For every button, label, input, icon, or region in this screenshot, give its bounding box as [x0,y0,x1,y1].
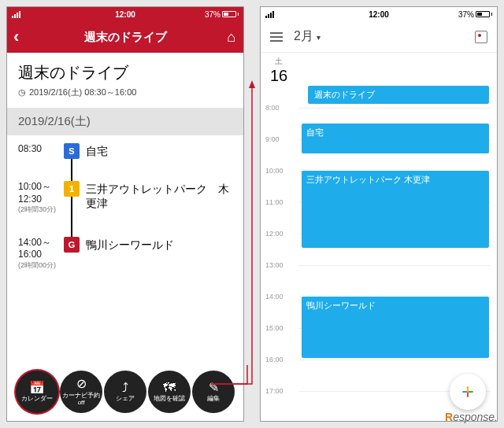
plan-time-range: ◷ 2019/2/16(土) 08:30～16:00 [7,87,243,108]
calendar-event[interactable]: 三井アウトレットパーク 木更津 [302,171,489,248]
watermark: Response. [445,411,498,423]
hour-line [298,108,491,109]
date-display: 土 16 [261,53,497,84]
route-list: 08:30 S 自宅10:00～12:30(2時間30分) 1 三井アウトレット… [7,135,243,271]
signal-icon [265,11,274,18]
hamburger-icon[interactable] [270,32,283,42]
signal-icon [12,11,20,18]
clock-icon: ◷ [18,87,26,98]
toolbar-編集[interactable]: ✎編集 [192,371,235,413]
hour-line [298,265,491,266]
toolbar-icon: ✎ [209,381,219,395]
hour-label: 16:00 [265,356,284,363]
hour-label: 13:00 [265,261,284,269]
drive-app-screen: 12:00 37% ‹ 週末のドライブ ⌂ 週末のドライブ ◷ 2019/2/1… [6,6,244,422]
hour-label: 17:00 [265,387,284,395]
status-bar: 12:00 37% [261,7,497,21]
header-title: 週末のドライブ [84,30,167,45]
stop-marker: G [64,237,80,253]
allday-event[interactable]: 週末のドライブ [308,86,489,104]
stop-time: 14:00～16:00(2時間00分) [18,237,64,271]
home-icon[interactable]: ⌂ [227,29,235,46]
app-header: ‹ 週末のドライブ ⌂ [7,21,243,53]
hour-label: 11:00 [265,198,284,206]
back-icon[interactable]: ‹ [13,27,19,47]
stop-name: 鴨川シーワールド [86,237,232,253]
hour-label: 15:00 [265,324,284,332]
add-event-fab[interactable] [450,374,486,410]
month-dropdown[interactable]: 2月 ▾ [294,28,321,45]
status-time: 12:00 [369,10,389,19]
hour-label: 12:00 [265,230,284,238]
battery-indicator: 37% [458,10,492,19]
toolbar-カーナビ予約off[interactable]: ⊘カーナビ予約off [60,371,102,413]
hour-label: 10:00 [265,167,284,175]
stop-marker: 1 [64,181,80,197]
calendar-event[interactable]: 鴨川シーワールド [302,297,489,358]
hour-label: 14:00 [265,293,284,301]
stop-name: 自宅 [86,143,232,159]
battery-indicator: 37% [205,10,239,19]
toolbar-icon: ⤴ [122,381,128,395]
stop-time: 10:00～12:30(2時間30分) [18,181,64,215]
route-connector [71,157,72,239]
toolbar-icon: ⊘ [76,377,87,391]
stop-marker: S [64,143,80,159]
plan-title: 週末のドライブ [7,53,243,87]
toolbar-icon: 📅 [29,381,45,395]
hour-label: 9:00 [265,135,280,143]
calendar-header: 2月 ▾ [261,21,497,53]
toolbar-地図を確認[interactable]: 🗺地図を確認 [148,371,191,413]
stop-name: 三井アウトレットパーク 木更津 [86,181,232,211]
toolbar-icon: 🗺 [163,381,176,395]
hour-label: 8:00 [265,104,280,112]
date-band: 2019/2/16(土) [7,108,243,135]
calendar-app-screen: 12:00 37% 2月 ▾ 土 16 週末のドライブ 8:009:0010:0… [260,6,498,422]
calendar-event[interactable]: 自宅 [302,124,489,153]
plus-icon [460,384,476,400]
toolbar-シェア[interactable]: ⤴シェア [104,371,146,413]
route-stop[interactable]: 14:00～16:00(2時間00分) G 鴨川シーワールド [18,237,232,271]
route-stop[interactable]: 08:30 S 自宅 [18,143,232,159]
toolbar-カレンダー[interactable]: 📅カレンダー [16,371,58,413]
route-stop[interactable]: 10:00～12:30(2時間30分) 1 三井アウトレットパーク 木更津 [18,181,232,215]
today-icon[interactable] [475,31,487,43]
hour-line [298,360,491,360]
status-bar: 12:00 37% [7,7,243,21]
status-time: 12:00 [115,10,135,19]
bottom-toolbar: 📅カレンダー⊘カーナビ予約off⤴シェア🗺地図を確認✎編集 [7,366,243,421]
stop-time: 08:30 [18,143,64,156]
